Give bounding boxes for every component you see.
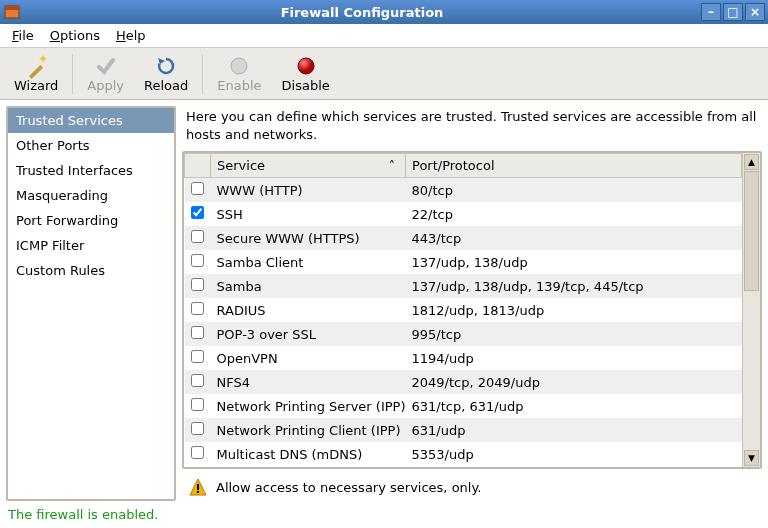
service-port: 443/tcp	[406, 226, 742, 250]
service-port: 631/tcp, 631/udp	[406, 394, 742, 418]
svg-rect-4	[197, 484, 199, 490]
service-port: 1812/udp, 1813/udp	[406, 298, 742, 322]
service-port: 22/tcp	[406, 202, 742, 226]
disable-icon	[294, 54, 318, 78]
minimize-button[interactable]: –	[701, 3, 721, 21]
table-row[interactable]: Samba137/udp, 138/udp, 139/tcp, 445/tcp	[185, 274, 742, 298]
warning-text: Allow access to necessary services, only…	[216, 480, 481, 495]
service-name: NFS4	[211, 370, 406, 394]
service-name: Samba Client	[211, 250, 406, 274]
apply-label: Apply	[87, 78, 124, 93]
main-area: Trusted ServicesOther PortsTrusted Inter…	[0, 100, 768, 503]
service-name: OpenVPN	[211, 346, 406, 370]
service-checkbox[interactable]	[191, 182, 204, 195]
service-checkbox[interactable]	[191, 302, 204, 315]
service-name: WWW (HTTP)	[211, 178, 406, 203]
service-name: Network Printing Client (IPP)	[211, 418, 406, 442]
sidebar-item[interactable]: Masquerading	[8, 183, 174, 208]
table-row[interactable]: Samba Client137/udp, 138/udp	[185, 250, 742, 274]
sidebar-item[interactable]: Custom Rules	[8, 258, 174, 283]
sidebar-item[interactable]: Trusted Services	[8, 108, 174, 133]
panel-description: Here you can define which services are t…	[182, 106, 762, 147]
app-icon	[0, 4, 24, 20]
close-button[interactable]: ×	[745, 3, 765, 21]
service-checkbox[interactable]	[191, 254, 204, 267]
toolbar: Wizard Apply Reload Enable Disable	[0, 48, 768, 100]
menu-file[interactable]: File	[4, 26, 42, 45]
service-port: 2049/tcp, 2049/udp	[406, 370, 742, 394]
sidebar-item[interactable]: Port Forwarding	[8, 208, 174, 233]
table-row[interactable]: NFS42049/tcp, 2049/udp	[185, 370, 742, 394]
wizard-button[interactable]: Wizard	[4, 50, 68, 98]
vertical-scrollbar[interactable]: ▲ ▼	[742, 153, 760, 467]
table-row[interactable]: OpenVPN1194/udp	[185, 346, 742, 370]
disable-button[interactable]: Disable	[272, 50, 340, 98]
apply-button: Apply	[77, 50, 134, 98]
service-name: Network Printing Server (IPP)	[211, 394, 406, 418]
menu-help[interactable]: Help	[108, 26, 154, 45]
service-name: POP-3 over SSL	[211, 322, 406, 346]
service-checkbox[interactable]	[191, 374, 204, 387]
table-row[interactable]: Network Printing Client (IPP)631/udp	[185, 418, 742, 442]
status-text: The firewall is enabled.	[8, 507, 158, 522]
service-checkbox[interactable]	[191, 446, 204, 459]
reload-icon	[154, 54, 178, 78]
svg-point-2	[231, 58, 247, 74]
disable-label: Disable	[282, 78, 330, 93]
menu-bar: File Options Help	[0, 24, 768, 48]
wizard-label: Wizard	[14, 78, 58, 93]
sort-ascending-icon: ˄	[389, 158, 396, 173]
service-port: 631/udp	[406, 418, 742, 442]
table-row[interactable]: SSH22/tcp	[185, 202, 742, 226]
service-checkbox[interactable]	[191, 422, 204, 435]
toolbar-separator	[72, 54, 73, 94]
service-port: 5353/udp	[406, 442, 742, 466]
service-port: 137/udp, 138/udp, 139/tcp, 445/tcp	[406, 274, 742, 298]
scroll-track[interactable]	[743, 171, 760, 449]
table-row[interactable]: WWW (HTTP)80/tcp	[185, 178, 742, 203]
reload-button[interactable]: Reload	[134, 50, 198, 98]
warning-icon	[188, 477, 208, 497]
warning-bar: Allow access to necessary services, only…	[182, 473, 762, 501]
column-header-port[interactable]: Port/Protocol	[406, 154, 742, 178]
service-checkbox[interactable]	[191, 326, 204, 339]
table-row[interactable]: Network Printing Server (IPP)631/tcp, 63…	[185, 394, 742, 418]
svg-point-3	[298, 58, 314, 74]
table-row[interactable]: Secure WWW (HTTPS)443/tcp	[185, 226, 742, 250]
services-table-wrap: Service˄ Port/Protocol WWW (HTTP)80/tcpS…	[182, 151, 762, 469]
service-checkbox[interactable]	[191, 398, 204, 411]
services-table: Service˄ Port/Protocol WWW (HTTP)80/tcpS…	[184, 153, 742, 466]
service-port: 80/tcp	[406, 178, 742, 203]
apply-icon	[94, 54, 118, 78]
service-checkbox[interactable]	[191, 206, 204, 219]
content-panel: Here you can define which services are t…	[182, 106, 762, 501]
enable-label: Enable	[217, 78, 261, 93]
wizard-icon	[24, 54, 48, 78]
scroll-up-icon[interactable]: ▲	[744, 154, 759, 170]
table-row[interactable]: RADIUS1812/udp, 1813/udp	[185, 298, 742, 322]
service-port: 995/tcp	[406, 322, 742, 346]
sidebar: Trusted ServicesOther PortsTrusted Inter…	[6, 106, 176, 501]
column-header-checkbox[interactable]	[185, 154, 211, 178]
table-row[interactable]: Multicast DNS (mDNS)5353/udp	[185, 442, 742, 466]
status-bar: The firewall is enabled.	[0, 503, 768, 528]
service-checkbox[interactable]	[191, 230, 204, 243]
column-header-service[interactable]: Service˄	[211, 154, 406, 178]
enable-icon	[227, 54, 251, 78]
service-name: Samba	[211, 274, 406, 298]
scroll-thumb[interactable]	[744, 171, 759, 291]
sidebar-item[interactable]: ICMP Filter	[8, 233, 174, 258]
svg-rect-5	[197, 491, 199, 493]
maximize-button[interactable]: □	[723, 3, 743, 21]
menu-options[interactable]: Options	[42, 26, 108, 45]
window-title: Firewall Configuration	[24, 5, 700, 20]
column-header-service-label: Service	[217, 158, 265, 173]
sidebar-item[interactable]: Other Ports	[8, 133, 174, 158]
scroll-down-icon[interactable]: ▼	[744, 450, 759, 466]
service-checkbox[interactable]	[191, 350, 204, 363]
sidebar-item[interactable]: Trusted Interfaces	[8, 158, 174, 183]
service-checkbox[interactable]	[191, 278, 204, 291]
enable-button: Enable	[207, 50, 271, 98]
service-name: Secure WWW (HTTPS)	[211, 226, 406, 250]
table-row[interactable]: POP-3 over SSL995/tcp	[185, 322, 742, 346]
